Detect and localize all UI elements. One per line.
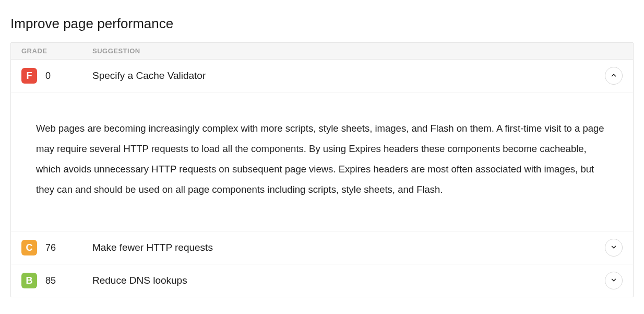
grade-badge: C	[21, 240, 37, 255]
page-title: Improve page performance	[10, 16, 634, 32]
row-detail: Web pages are becoming increasingly comp…	[11, 92, 633, 231]
table-row: B 85 Reduce DNS lookups	[11, 264, 633, 297]
table-row-toggle[interactable]: B 85 Reduce DNS lookups	[11, 264, 633, 297]
grade-badge: B	[21, 273, 37, 288]
grade-badge: F	[21, 68, 37, 84]
grade-cell: B 85	[21, 273, 92, 288]
table-row: C 76 Make fewer HTTP requests	[11, 231, 633, 264]
table-row-toggle[interactable]: F 0 Specify a Cache Validator	[11, 60, 633, 92]
column-header-grade: GRADE	[21, 47, 92, 55]
table-header: GRADE SUGGESTION	[11, 43, 633, 60]
grade-score: 85	[45, 275, 56, 286]
grade-cell: F 0	[21, 68, 92, 84]
table-row: F 0 Specify a Cache Validator Web pages …	[11, 60, 633, 231]
chevron-down-icon	[610, 243, 617, 252]
expand-toggle-button[interactable]	[605, 272, 623, 289]
suggestion-text: Specify a Cache Validator	[92, 70, 605, 82]
column-header-suggestion: SUGGESTION	[92, 47, 623, 55]
expand-toggle-button[interactable]	[605, 239, 623, 257]
suggestions-table: GRADE SUGGESTION F 0 Specify a Cache Val…	[10, 42, 634, 297]
expand-toggle-button[interactable]	[605, 67, 623, 85]
suggestion-text: Reduce DNS lookups	[92, 275, 605, 286]
chevron-down-icon	[610, 276, 617, 285]
suggestion-text: Make fewer HTTP requests	[92, 242, 605, 253]
grade-score: 0	[45, 71, 51, 82]
grade-score: 76	[45, 242, 56, 253]
chevron-up-icon	[610, 72, 617, 80]
page-container: Improve page performance GRADE SUGGESTIO…	[10, 16, 634, 297]
grade-cell: C 76	[21, 240, 92, 255]
table-row-toggle[interactable]: C 76 Make fewer HTTP requests	[11, 231, 633, 264]
